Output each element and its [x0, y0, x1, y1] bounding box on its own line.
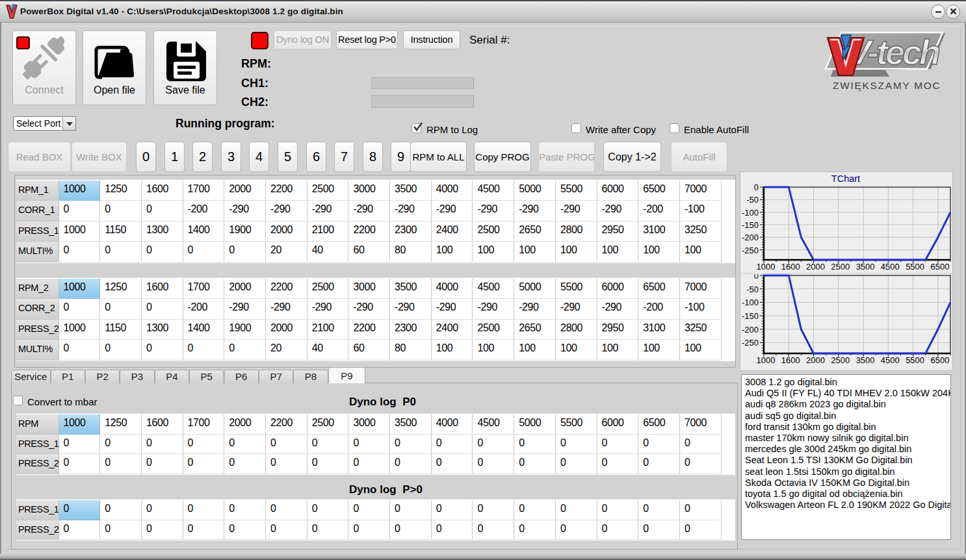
svg-text:5500: 5500	[906, 355, 924, 365]
svg-text:2000: 2000	[806, 355, 825, 365]
svg-text:2500: 2500	[831, 355, 850, 365]
svg-text:1600: 1600	[781, 262, 800, 272]
svg-text:4500: 4500	[881, 262, 900, 272]
svg-text:-50: -50	[746, 285, 759, 294]
svg-text:3500: 3500	[856, 355, 875, 365]
svg-text:TChart: TChart	[831, 173, 860, 184]
svg-text:1000: 1000	[757, 262, 776, 272]
svg-text:5500: 5500	[906, 262, 924, 272]
svg-text:-200: -200	[742, 325, 759, 335]
svg-text:-100: -100	[742, 208, 759, 218]
svg-text:6500: 6500	[930, 355, 949, 365]
svg-text:0: 0	[754, 183, 759, 192]
svg-text:-100: -100	[742, 298, 759, 307]
svg-text:6500: 6500	[930, 262, 949, 272]
svg-text:2500: 2500	[831, 262, 850, 272]
svg-text:1600: 1600	[781, 355, 800, 365]
svg-text:3500: 3500	[856, 262, 875, 272]
svg-text:2000: 2000	[806, 262, 825, 272]
svg-text:-250: -250	[742, 338, 759, 348]
svg-text:-150: -150	[742, 220, 759, 230]
svg-text:-250: -250	[742, 246, 759, 255]
svg-text:-50: -50	[746, 195, 759, 205]
svg-text:-200: -200	[742, 233, 759, 242]
svg-text:ZWIĘKSZAMY MOC: ZWIĘKSZAMY MOC	[833, 80, 941, 91]
svg-text:1000: 1000	[757, 355, 776, 365]
svg-text:4500: 4500	[881, 355, 900, 365]
svg-text:-150: -150	[742, 311, 759, 321]
